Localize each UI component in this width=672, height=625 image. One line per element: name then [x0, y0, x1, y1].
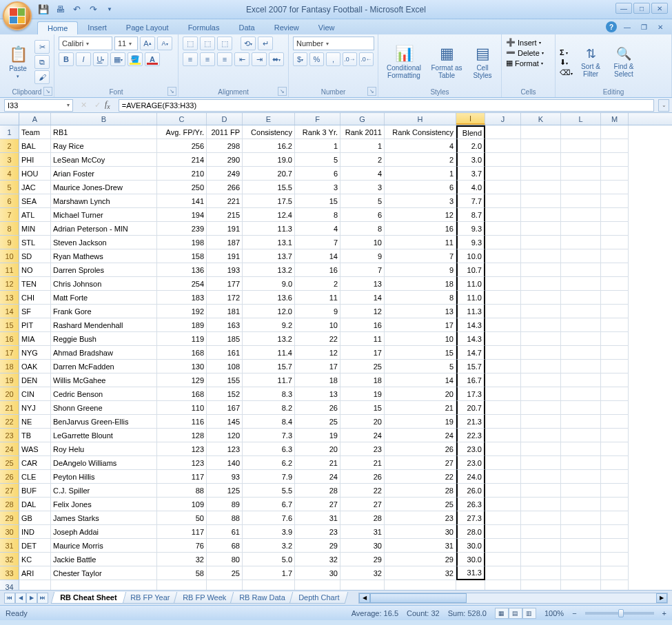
cell[interactable]: 20 [340, 415, 385, 429]
cell[interactable]: 24.0 [456, 470, 485, 484]
cell[interactable]: 32 [295, 553, 340, 566]
zoom-in-button[interactable]: + [662, 609, 666, 617]
cell[interactable]: 20 [295, 442, 340, 456]
cell[interactable] [485, 277, 521, 291]
cell[interactable]: 30 [295, 566, 340, 580]
cell[interactable] [485, 580, 521, 590]
row-header[interactable]: 5 [0, 181, 19, 194]
cell[interactable] [601, 498, 629, 511]
cell[interactable] [485, 346, 521, 360]
align-center-button[interactable]: ≡ [200, 52, 215, 66]
row-header[interactable]: 24 [0, 442, 19, 456]
cell[interactable]: DAL [19, 498, 51, 511]
cell[interactable]: 27.3 [456, 511, 485, 525]
cell[interactable] [485, 401, 521, 415]
cell[interactable]: 13.2 [243, 263, 295, 277]
ribbon-minimize-icon[interactable]: — [621, 21, 633, 33]
cell[interactable]: 194 [157, 208, 207, 222]
cell[interactable] [485, 553, 521, 566]
cell[interactable]: 50 [157, 511, 207, 525]
cell[interactable]: DeAngelo Williams [51, 456, 157, 470]
sheet-tab[interactable]: Depth Chart [289, 592, 348, 604]
cell[interactable] [601, 139, 629, 153]
cell[interactable] [561, 580, 601, 590]
cell[interactable] [601, 318, 629, 332]
cell[interactable] [521, 249, 561, 263]
row-header[interactable]: 20 [0, 387, 19, 401]
cell[interactable]: 17 [295, 360, 340, 373]
cell[interactable] [521, 511, 561, 525]
maximize-button[interactable]: □ [633, 3, 650, 14]
cell[interactable]: 27 [385, 456, 456, 470]
sheet-tab[interactable]: RB Cheat Sheet [51, 592, 126, 604]
cell[interactable] [601, 208, 629, 222]
cell[interactable] [561, 194, 601, 208]
cell[interactable]: 11.0 [456, 277, 485, 291]
cell[interactable]: 18 [295, 373, 340, 387]
cell[interactable]: 168 [157, 387, 207, 401]
cell[interactable] [485, 139, 521, 153]
office-button[interactable] [3, 1, 32, 30]
cell[interactable] [561, 139, 601, 153]
cell[interactable] [485, 387, 521, 401]
cell[interactable]: 25 [295, 415, 340, 429]
cell[interactable]: 191 [207, 222, 243, 236]
view-normal-button[interactable]: ▦ [495, 608, 509, 619]
cell[interactable]: 19 [385, 415, 456, 429]
cell[interactable]: 23.0 [456, 456, 485, 470]
cell[interactable]: 129 [157, 373, 207, 387]
cell[interactable] [521, 153, 561, 167]
tab-view[interactable]: View [309, 21, 345, 34]
row-header[interactable]: 2 [0, 139, 19, 153]
grow-font-button[interactable]: A▴ [140, 37, 155, 50]
cell[interactable]: 108 [207, 360, 243, 373]
cell[interactable]: KC [19, 553, 51, 566]
cell[interactable]: 7.3 [243, 429, 295, 442]
cell[interactable]: ATL [19, 208, 51, 222]
column-header-I[interactable]: I [456, 113, 485, 125]
increase-indent-button[interactable]: ⇥ [252, 52, 267, 66]
cell[interactable]: 80 [207, 553, 243, 566]
cell[interactable] [601, 566, 629, 580]
save-icon[interactable]: 💾 [37, 3, 50, 16]
cell[interactable] [561, 153, 601, 167]
cell[interactable]: BUF [19, 484, 51, 498]
cell[interactable] [601, 484, 629, 498]
cell[interactable]: DET [19, 539, 51, 553]
cell[interactable] [521, 291, 561, 305]
row-header[interactable]: 29 [0, 511, 19, 525]
cell[interactable] [561, 360, 601, 373]
cell[interactable]: 28 [340, 511, 385, 525]
cell[interactable]: 26 [340, 470, 385, 484]
cell[interactable]: 32 [157, 553, 207, 566]
cell[interactable] [485, 222, 521, 236]
cell[interactable]: 254 [157, 277, 207, 291]
cell[interactable]: 23 [385, 511, 456, 525]
cell[interactable]: 12 [295, 346, 340, 360]
cell[interactable]: 119 [157, 332, 207, 346]
cell[interactable]: 298 [207, 139, 243, 153]
cell[interactable]: 123 [157, 442, 207, 456]
cell[interactable] [561, 318, 601, 332]
cell[interactable]: 16 [295, 263, 340, 277]
cell[interactable]: 136 [157, 263, 207, 277]
cell[interactable] [601, 525, 629, 539]
cell[interactable] [561, 539, 601, 553]
cell[interactable] [601, 539, 629, 553]
align-top-button[interactable]: ⬚ [183, 37, 198, 50]
header-cell[interactable]: 2011 FP [207, 125, 243, 139]
cell[interactable] [340, 580, 385, 590]
decrease-decimal-button[interactable]: .0← [359, 52, 374, 66]
cell[interactable] [521, 263, 561, 277]
hscroll-right[interactable]: ▶ [656, 593, 667, 603]
cell[interactable] [521, 566, 561, 580]
cell[interactable]: 8.3 [243, 387, 295, 401]
cell[interactable]: 26 [295, 401, 340, 415]
cell[interactable]: 15.7 [243, 360, 295, 373]
cell[interactable]: 163 [207, 318, 243, 332]
cell[interactable]: BenJarvus Green-Ellis [51, 415, 157, 429]
view-page-layout-button[interactable]: ▤ [509, 608, 522, 619]
cell[interactable]: Frank Gore [51, 305, 157, 318]
cell[interactable]: LeSean McCoy [51, 153, 157, 167]
cell[interactable]: 89 [207, 498, 243, 511]
